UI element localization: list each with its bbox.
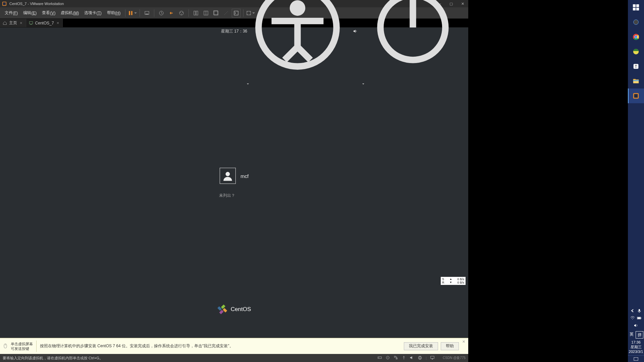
- svg-rect-62: [634, 94, 638, 98]
- svg-rect-33: [378, 357, 382, 358]
- svg-point-23: [290, 0, 306, 16]
- svg-point-7: [179, 11, 183, 15]
- centos-brand: CentOS: [217, 304, 251, 314]
- install-done-button[interactable]: 我已完成安装: [404, 342, 438, 350]
- home-icon: [3, 21, 7, 25]
- taskbar-app-chrome[interactable]: [628, 29, 644, 44]
- svg-rect-66: [638, 317, 640, 319]
- view-single-button[interactable]: [192, 9, 200, 17]
- svg-rect-28: [223, 308, 227, 312]
- arrow-down-icon: ▼: [449, 281, 452, 284]
- menu-edit[interactable]: 编辑(E): [20, 7, 39, 19]
- separator: [36, 341, 37, 352]
- vmware-status-bar: 要将输入定向到该虚拟机，请在虚拟机内部单击或按 Ctrl+G。 | CSDN @…: [0, 354, 468, 362]
- device-cd-icon[interactable]: [385, 355, 390, 361]
- svg-text:T: T: [635, 64, 637, 69]
- tab-centos7-label: CentOS_7: [35, 21, 54, 25]
- svg-rect-40: [419, 356, 421, 357]
- tray-mic-icon[interactable]: [637, 308, 642, 314]
- menu-tabs[interactable]: 选项卡(T): [82, 7, 104, 19]
- separator: [140, 9, 140, 17]
- network-speed-widget[interactable]: S R ▲ ▼ 0 B/s 0 B/s: [441, 277, 466, 285]
- svg-rect-37: [394, 356, 396, 358]
- svg-point-8: [180, 12, 181, 13]
- tab-centos7[interactable]: CentOS_7 ×: [26, 19, 63, 27]
- start-button[interactable]: [628, 0, 644, 15]
- dismiss-notification-button[interactable]: ✕: [462, 340, 466, 344]
- taskbar-app-1[interactable]: [628, 15, 644, 29]
- menu-help[interactable]: 帮助(H): [104, 7, 123, 19]
- tray-volume-icon[interactable]: [630, 322, 642, 328]
- separator: [189, 9, 189, 17]
- taskbar-app-text[interactable]: T: [628, 59, 644, 74]
- svg-rect-18: [234, 11, 238, 15]
- device-usb-icon[interactable]: [401, 355, 406, 361]
- vm-tab-icon: [29, 21, 33, 25]
- send-ctrl-alt-del-button[interactable]: [143, 9, 151, 17]
- system-tray: 英 拼 17:36 星期三 2023/3/1: [628, 306, 644, 362]
- svg-rect-43: [432, 359, 433, 360]
- svg-rect-44: [633, 4, 636, 7]
- device-network-icon[interactable]: [393, 355, 398, 361]
- view-console-button[interactable]: [232, 9, 240, 17]
- tab-home-close-button[interactable]: ×: [19, 20, 23, 25]
- svg-point-48: [634, 20, 639, 25]
- mouse-hint-text: 单击虚拟屏幕 可发送按键: [11, 342, 33, 351]
- svg-rect-67: [634, 357, 638, 360]
- power-menu[interactable]: [361, 0, 465, 87]
- watermark-text: CSDN @曼775: [443, 356, 466, 360]
- menu-view[interactable]: 查看(V): [39, 7, 58, 19]
- device-display-icon[interactable]: [430, 355, 435, 361]
- svg-rect-1: [3, 2, 6, 5]
- status-message: 要将输入定向到该虚拟机，请在虚拟机内部单击或按 Ctrl+G。: [3, 356, 103, 361]
- svg-rect-45: [636, 4, 639, 7]
- svg-point-10: [181, 14, 182, 14]
- separator: [154, 9, 154, 17]
- notifications-button[interactable]: [628, 355, 644, 362]
- svg-rect-41: [419, 359, 421, 360]
- power-pause-button[interactable]: [128, 9, 137, 17]
- taskbar-clock[interactable]: 17:36 星期三 2023/3/1: [628, 339, 644, 355]
- device-printer-icon[interactable]: [418, 355, 422, 361]
- login-username: mcf: [240, 173, 249, 179]
- not-listed-link[interactable]: 未列出？: [219, 193, 249, 198]
- device-sound-icon[interactable]: [410, 355, 414, 361]
- svg-rect-20: [29, 21, 33, 24]
- svg-rect-16: [214, 11, 218, 15]
- snapshot-manager-button[interactable]: [177, 9, 186, 17]
- tab-home-label: 主页: [9, 20, 17, 26]
- snapshot-revert-button[interactable]: [167, 9, 176, 17]
- svg-point-9: [182, 12, 183, 13]
- ime-mode-button[interactable]: 拼: [636, 331, 643, 339]
- device-hdd-icon[interactable]: [377, 355, 382, 361]
- windows-taskbar: T 英 拼 17:36 星期三 2023/3/1: [628, 0, 644, 362]
- svg-rect-5: [146, 14, 148, 14]
- taskbar-app-3[interactable]: [628, 44, 644, 59]
- tray-battery-icon[interactable]: [637, 315, 642, 321]
- menu-vm[interactable]: 虚拟机(M): [58, 7, 82, 19]
- svg-rect-47: [636, 8, 639, 10]
- svg-point-26: [226, 172, 230, 176]
- tray-wifi-icon[interactable]: [630, 315, 635, 321]
- svg-line-17: [224, 11, 228, 15]
- login-user-entry[interactable]: mcf: [219, 167, 249, 185]
- svg-point-34: [379, 357, 379, 358]
- snapshot-take-button[interactable]: [157, 9, 166, 17]
- tab-home[interactable]: 主页 ×: [0, 19, 26, 27]
- taskbar-app-vmware[interactable]: [628, 88, 644, 103]
- menu-file[interactable]: 文件(F): [2, 7, 20, 19]
- install-help-button[interactable]: 帮助: [441, 342, 459, 350]
- svg-rect-65: [641, 318, 641, 318]
- volume-icon[interactable]: [353, 29, 358, 34]
- svg-rect-29: [219, 310, 223, 314]
- tray-overflow-button[interactable]: [630, 308, 635, 314]
- taskbar-app-explorer[interactable]: [628, 74, 644, 88]
- tab-centos7-close-button[interactable]: ×: [56, 20, 60, 25]
- guest-display[interactable]: 星期三 17：36 mcf 未列出？: [0, 27, 468, 338]
- view-unity-button[interactable]: [212, 9, 220, 17]
- svg-point-36: [387, 357, 388, 358]
- gnome-top-right: [246, 27, 465, 35]
- accessibility-menu[interactable]: [246, 0, 350, 87]
- view-multi-button[interactable]: [202, 9, 210, 17]
- ime-lang-button[interactable]: 英: [628, 330, 635, 338]
